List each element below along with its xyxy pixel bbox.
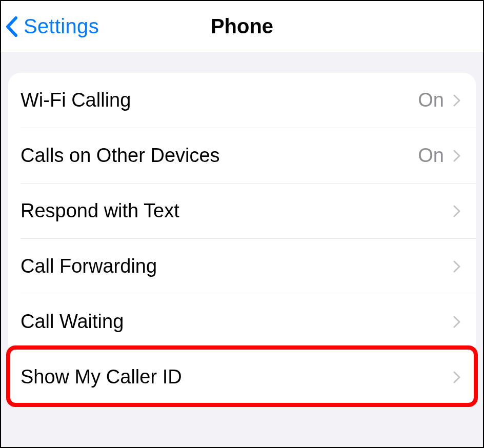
settings-content: CALLS Wi-Fi Calling On Calls on Other De… xyxy=(1,52,483,447)
row-value: On xyxy=(418,145,444,167)
row-label: Call Forwarding xyxy=(21,255,453,277)
row-wifi-calling[interactable]: Wi-Fi Calling On xyxy=(21,73,476,128)
back-button-label: Settings xyxy=(24,15,99,38)
row-show-my-caller-id[interactable]: Show My Caller ID xyxy=(21,350,476,405)
chevron-left-icon xyxy=(5,16,17,37)
navigation-bar: Settings Phone xyxy=(1,1,483,52)
calls-group: Wi-Fi Calling On Calls on Other Devices … xyxy=(8,73,476,405)
row-call-forwarding[interactable]: Call Forwarding xyxy=(21,239,476,294)
row-label: Wi-Fi Calling xyxy=(21,89,418,111)
row-label: Respond with Text xyxy=(21,200,453,222)
section-header-calls: CALLS xyxy=(8,52,476,54)
back-button[interactable]: Settings xyxy=(5,15,99,38)
row-label: Call Waiting xyxy=(21,311,453,333)
row-value: On xyxy=(418,89,444,111)
page-title: Phone xyxy=(211,15,273,38)
chevron-right-icon xyxy=(453,316,460,328)
row-respond-with-text[interactable]: Respond with Text xyxy=(21,184,476,239)
row-calls-other-devices[interactable]: Calls on Other Devices On xyxy=(21,128,476,184)
row-call-waiting[interactable]: Call Waiting xyxy=(21,294,476,350)
chevron-right-icon xyxy=(453,260,460,273)
chevron-right-icon xyxy=(453,94,460,107)
chevron-right-icon xyxy=(453,205,460,217)
chevron-right-icon xyxy=(453,150,460,162)
row-label: Calls on Other Devices xyxy=(21,145,418,167)
row-label: Show My Caller ID xyxy=(21,366,453,388)
chevron-right-icon xyxy=(453,371,460,383)
